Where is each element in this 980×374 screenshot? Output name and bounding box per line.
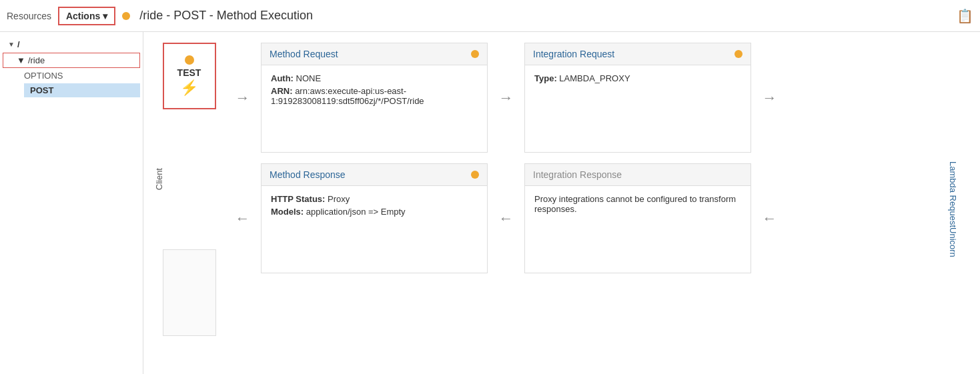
sidebar-options[interactable]: OPTIONS (0, 69, 143, 82)
integration-response-title[interactable]: Integration Response (533, 169, 622, 180)
arrow-left-3: ← (751, 210, 788, 227)
http-status-line: HTTP Status: Proxy (271, 194, 478, 204)
client-label: Client (154, 168, 164, 190)
method-request-header: Method Request (262, 43, 487, 65)
type-label: Type: (534, 73, 557, 83)
integration-response-body: Proxy integrations cannot be configured … (525, 186, 751, 225)
bottom-row: ← Method Response HTTP Status: Proxy (224, 163, 936, 273)
content-area: TEST ⚡ Client → (143, 32, 980, 374)
integration-request-dot (734, 50, 743, 58)
method-request-dot (471, 50, 479, 58)
integration-request-card: Integration Request Type: LAMBDA_PROXY (524, 43, 751, 153)
sidebar: ▼ / ▼ /ride OPTIONS POST (0, 32, 143, 374)
arrow-left-2: ← (488, 210, 524, 227)
type-value-text: LAMBDA_PROXY (559, 73, 630, 83)
sidebar-item-root[interactable]: ▼ / (0, 37, 143, 51)
http-status-value-text: Proxy (328, 194, 350, 204)
method-response-body: HTTP Status: Proxy Models: application/j… (262, 186, 487, 227)
integration-response-card: Integration Response Proxy integrations … (524, 163, 751, 273)
integration-response-text: Proxy integrations cannot be configured … (534, 194, 741, 214)
top-row: → Method Request Auth: NONE (224, 43, 936, 153)
clipboard-icon[interactable]: 📋 (957, 8, 973, 24)
http-status-label: HTTP Status: (271, 194, 325, 204)
client-label-wrapper: Client (154, 109, 224, 249)
test-orange-dot (185, 55, 194, 65)
integration-request-header: Integration Request (525, 43, 751, 65)
models-line: Models: application/json => Empty (271, 207, 478, 217)
client-column: TEST ⚡ Client (154, 43, 224, 336)
sidebar-item-ride[interactable]: ▼ /ride (3, 53, 140, 68)
triangle-icon: ▼ (8, 41, 15, 48)
type-line: Type: LAMBDA_PROXY (534, 73, 741, 83)
sidebar-post[interactable]: POST (24, 83, 140, 97)
models-value-text: application/json => Empty (306, 207, 406, 217)
method-request-body: Auth: NONE ARN: arn:aws:execute-api:us-e… (262, 65, 487, 117)
auth-line: Auth: NONE (271, 73, 478, 83)
arn-value-text: arn:aws:execute-api:us-east-1:9192830081… (271, 86, 424, 106)
main-layout: ▼ / ▼ /ride OPTIONS POST TEST ⚡ Client (0, 32, 980, 374)
bolt-icon: ⚡ (180, 79, 198, 97)
method-request-card: Method Request Auth: NONE ARN: arn:aws:e… (261, 43, 488, 153)
method-response-dot (471, 171, 479, 179)
arrow-right-1: → (224, 89, 261, 107)
arrow-left-1: ← (224, 210, 261, 227)
method-response-card: Method Response HTTP Status: Proxy Model… (261, 163, 488, 273)
auth-value-text: NONE (296, 73, 322, 83)
models-label: Models: (271, 207, 304, 217)
test-box[interactable]: TEST ⚡ (163, 43, 216, 109)
actions-button[interactable]: Actions ▾ (58, 7, 115, 25)
arrow-right-3: → (751, 89, 788, 107)
arn-line: ARN: arn:aws:execute-api:us-east-1:91928… (271, 86, 478, 106)
integration-request-body: Type: LAMBDA_PROXY (525, 65, 751, 94)
client-bottom-box (163, 249, 216, 336)
method-response-header: Method Response (262, 164, 487, 186)
page-title: /ride - POST - Method Execution (139, 9, 313, 23)
method-response-title[interactable]: Method Response (270, 169, 346, 180)
arn-label: ARN: (271, 86, 293, 96)
top-bar: Resources Actions ▾ /ride - POST - Metho… (0, 0, 980, 32)
resources-link[interactable]: Resources (7, 11, 51, 21)
sidebar-ride-label: /ride (28, 55, 45, 65)
test-label: TEST (177, 67, 201, 78)
integration-response-header: Integration Response (525, 164, 751, 186)
triangle-icon-ride: ▼ (17, 55, 25, 65)
orange-dot-title (122, 12, 130, 20)
auth-label: Auth: (271, 73, 294, 83)
arrow-right-2: → (488, 89, 524, 107)
integration-request-title[interactable]: Integration Request (533, 49, 614, 59)
lambda-label[interactable]: Lambda RequestUnicorn (948, 161, 958, 257)
lambda-vertical-col: Lambda RequestUnicorn (936, 43, 969, 336)
diagram-container: TEST ⚡ Client → (154, 43, 969, 336)
method-request-title[interactable]: Method Request (270, 49, 338, 59)
rows-container: → Method Request Auth: NONE (224, 43, 936, 336)
sidebar-root-label: / (17, 39, 20, 49)
